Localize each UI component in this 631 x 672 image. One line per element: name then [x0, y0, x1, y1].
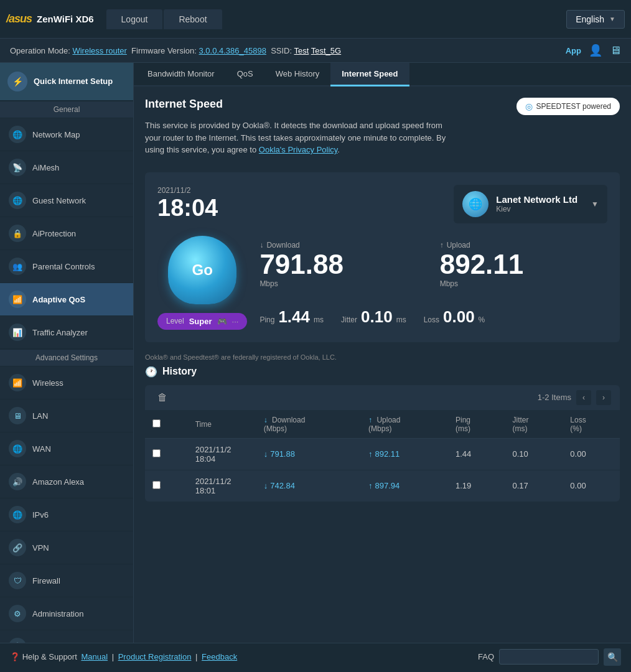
feedback-link[interactable]: Feedback [202, 652, 237, 661]
sidebar-item-wan[interactable]: 🌐 WAN [0, 432, 133, 465]
firmware-value[interactable]: 3.0.0.4.386_45898 [199, 46, 266, 55]
status-bar: Operation Mode: Wireless router Firmware… [0, 39, 631, 63]
isp-selector[interactable]: 🌐 Lanet Network Ltd Kiev ▼ [454, 185, 607, 223]
status-icons: App 👤 🖥 [566, 44, 621, 57]
ssid-test-5g[interactable]: Test_5G [311, 46, 341, 55]
prev-page-button[interactable]: ‹ [576, 390, 591, 405]
system-log-icon: 📋 [9, 638, 26, 643]
sidebar-item-guest-network[interactable]: 🌐 Guest Network [0, 184, 133, 217]
tab-bandwidth-monitor[interactable]: Bandwidth Monitor [136, 63, 226, 86]
quick-setup-item[interactable]: ⚡ Quick Internet Setup [0, 63, 133, 101]
sidebar-item-label: Network Map [32, 130, 80, 139]
sidebar-item-label: AiProtection [32, 229, 76, 238]
adaptive-qos-icon: 📶 [9, 291, 26, 308]
faq-search-button[interactable]: 🔍 [604, 648, 621, 666]
ipv6-icon: 🌐 [9, 506, 26, 523]
advanced-section-header: Advanced Settings [0, 349, 133, 366]
row-select-checkbox[interactable] [152, 481, 161, 489]
download-arrow-icon [259, 241, 263, 250]
tabs-bar: Bandwidth Monitor QoS Web History Intern… [134, 63, 631, 86]
sidebar-item-label: Guest Network [32, 196, 86, 205]
select-all-checkbox[interactable] [152, 419, 161, 427]
sidebar-item-label: Firewall [32, 576, 60, 586]
col-download-header: ↓ Download(Mbps) [256, 411, 361, 439]
table-row: 2021/11/2 18:01 ↓742.84 ↑897.94 1.19 0.1… [145, 470, 620, 502]
ssid-test[interactable]: Test [294, 46, 309, 55]
sidebar-item-firewall[interactable]: 🛡 Firewall [0, 564, 133, 597]
help-icon: ❓ [10, 652, 20, 661]
row-dl-icon: ↓ [264, 481, 268, 490]
brand: /asus ZenWiFi XD6 [6, 12, 94, 26]
ping-unit: ms [314, 315, 324, 324]
upload-unit: Mbps [440, 279, 607, 288]
sidebar-item-lan[interactable]: 🖥 LAN [0, 399, 133, 432]
sidebar-item-aimesh[interactable]: 📡 AiMesh [0, 151, 133, 184]
description-text: This service is provided by Ookla®. It d… [145, 119, 456, 156]
help-label: Help & Support [22, 652, 77, 661]
wan-icon: 🌐 [9, 440, 26, 457]
language-selector[interactable]: English ▼ [566, 10, 625, 29]
row-checkbox [145, 438, 188, 470]
row-select-checkbox[interactable] [152, 449, 161, 457]
product-reg-link[interactable]: Product Registration [118, 652, 192, 661]
sidebar-item-aiprotection[interactable]: 🔒 AiProtection [0, 217, 133, 250]
next-page-button[interactable]: › [596, 390, 611, 405]
row-time: 2021/11/2 18:04 [188, 438, 256, 470]
sidebar-item-traffic-analyzer[interactable]: 📊 Traffic Analyzer [0, 316, 133, 349]
sidebar-item-wireless[interactable]: 📶 Wireless [0, 366, 133, 399]
tab-web-history[interactable]: Web History [264, 63, 331, 86]
row-dl-icon: ↓ [264, 449, 268, 459]
guest-network-icon: 🌐 [9, 192, 26, 209]
download-unit: Mbps [259, 279, 427, 288]
sidebar-item-vpn[interactable]: 🔗 VPN [0, 531, 133, 564]
row-ping: 1.44 [448, 438, 505, 470]
isp-name: Lanet Network Ltd [496, 194, 577, 205]
sidebar-item-label: Administration [32, 609, 83, 618]
delete-history-button[interactable]: 🗑 [154, 391, 171, 404]
row-loss: 0.00 [563, 470, 620, 502]
sidebar-item-adaptive-qos[interactable]: 📶 Adaptive QoS [0, 283, 133, 316]
firewall-icon: 🛡 [9, 572, 26, 589]
logout-button[interactable]: Logout [106, 9, 163, 29]
privacy-policy-link[interactable]: Ookla's Privacy Policy [259, 145, 338, 154]
general-section-header: General [0, 101, 133, 118]
game-icon: 🎮 [217, 317, 227, 326]
speed-date: 2021/11/2 [157, 186, 454, 195]
sidebar-item-administration[interactable]: ⚙ Administration [0, 597, 133, 630]
faq-label: FAQ [478, 652, 494, 661]
app-link[interactable]: App [566, 46, 581, 55]
row-upload: ↑892.11 [361, 438, 448, 470]
traffic-analyzer-icon: 📊 [9, 324, 26, 341]
sidebar-item-amazon-alexa[interactable]: 🔊 Amazon Alexa [0, 465, 133, 498]
loss-label: Loss [424, 315, 439, 324]
sidebar-item-network-map[interactable]: 🌐 Network Map [0, 118, 133, 151]
sidebar-item-label: WAN [32, 444, 51, 454]
row-ul-icon: ↑ [368, 481, 373, 490]
sidebar-item-system-log[interactable]: 📋 System Log [0, 630, 133, 643]
operation-mode-value[interactable]: Wireless router [72, 46, 126, 55]
vpn-icon: 🔗 [9, 539, 26, 556]
isp-city: Kiev [496, 205, 577, 213]
faq-input[interactable] [499, 649, 599, 665]
network-map-icon: 🌐 [9, 126, 26, 143]
sidebar-item-parental-controls[interactable]: 👥 Parental Controls [0, 250, 133, 283]
manual-link[interactable]: Manual [81, 652, 108, 661]
go-button[interactable]: Go [168, 236, 236, 304]
content-panel: Internet Speed This service is provided … [134, 86, 631, 513]
sidebar-item-ipv6[interactable]: 🌐 IPv6 [0, 498, 133, 531]
jitter-unit: ms [396, 315, 406, 324]
speedtest-circle-icon: ◎ [525, 101, 533, 111]
date-time: 2021/11/2 18:04 [157, 186, 454, 222]
page-title: Internet Speed [145, 98, 456, 111]
content-area: Bandwidth Monitor QoS Web History Intern… [134, 63, 631, 643]
speed-numbers: Download 791.88 Mbps Upload 892.11 Mbps [259, 236, 607, 330]
download-metric: Download 791.88 Mbps [259, 236, 427, 299]
col-upload-header: ↑ Upload(Mbps) [361, 411, 448, 439]
sidebar-item-label: Wireless [32, 378, 63, 388]
reboot-button[interactable]: Reboot [164, 9, 222, 29]
faq-area: FAQ 🔍 [478, 648, 621, 666]
jitter-value: 0.10 [361, 307, 393, 327]
monitor-icon: 🖥 [610, 44, 621, 57]
tab-internet-speed[interactable]: Internet Speed [330, 63, 409, 86]
tab-qos[interactable]: QoS [226, 63, 264, 86]
